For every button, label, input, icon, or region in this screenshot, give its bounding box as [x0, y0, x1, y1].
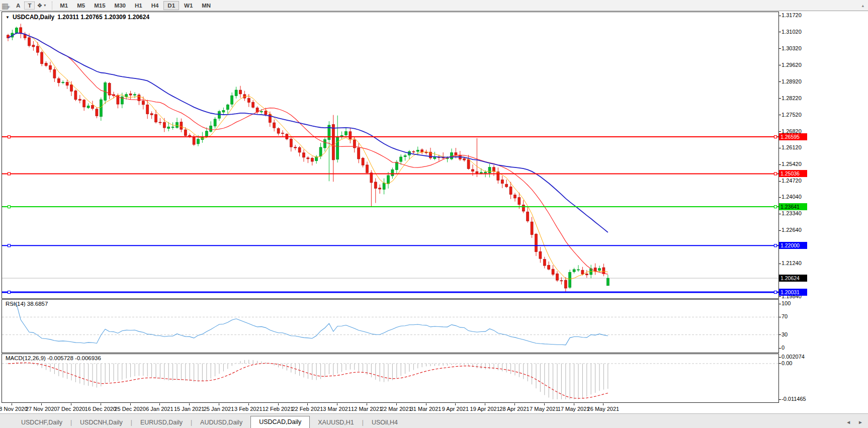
date-tick-label: 12 Feb 2021 [263, 406, 294, 412]
hline-price-flag: 1.26595 [779, 133, 807, 140]
date-tick-mark [159, 403, 160, 405]
timeframe-mn-button[interactable]: MN [198, 1, 215, 10]
symbol-tab-xauusd[interactable]: XAUUSD,H1 [310, 417, 362, 428]
price-tick-mark [779, 296, 781, 297]
rsi-tick-label: 70 [782, 313, 788, 319]
dropdown-caret-icon: ▾ [44, 3, 46, 8]
price-tick-mark [779, 16, 781, 16]
timeframe-h1-button[interactable]: H1 [131, 1, 146, 10]
date-tick-mark [367, 403, 367, 405]
timeframe-h4-button[interactable]: H4 [147, 1, 163, 10]
chart-title: ▼ USDCAD,Daily 1.20311 1.20765 1.20309 1… [6, 14, 149, 21]
date-tick-mark [278, 403, 279, 405]
timeframe-w1-button[interactable]: W1 [180, 1, 197, 10]
date-tick-mark [219, 403, 219, 405]
chart-workspace: ▼ USDCAD,Daily 1.20311 1.20765 1.20309 1… [0, 11, 868, 413]
symbol-tab-eurusd[interactable]: EURUSD,Daily [132, 417, 191, 428]
date-tick-mark [189, 403, 190, 405]
toolbar-collapse-icon[interactable]: ▴ [861, 3, 864, 8]
date-tick-label: 28 Apr 2021 [499, 406, 529, 412]
price-tick-label: 1.24040 [782, 194, 802, 200]
macd-canvas[interactable] [2, 354, 778, 402]
symbol-tab-usdcnh[interactable]: USDCNH,Daily [72, 417, 131, 428]
date-tick-label: 12 Mar 2021 [351, 406, 382, 412]
rsi-panel[interactable]: RSI(14) 38.6857 [2, 299, 779, 353]
timeframe-m30-button[interactable]: M30 [111, 1, 130, 10]
hline-price-flag: 1.23641 [779, 203, 807, 210]
price-tick-mark [779, 115, 781, 115]
date-tick-mark [12, 403, 12, 405]
profile-grid-button[interactable]: ▦ F [0, 1, 12, 10]
symbol-tab-audusd[interactable]: AUDUSD,Daily [192, 417, 250, 428]
date-tick-mark [485, 403, 485, 405]
grid-f-label: F [8, 5, 10, 10]
tab-scroll-controls: ◄ ► [846, 417, 863, 428]
timeframe-group: M1M5M15M30H1H4D1W1MN [55, 1, 215, 10]
rsi-canvas[interactable] [2, 300, 778, 353]
tabs-scroll-right-icon[interactable]: ► [858, 417, 863, 428]
date-tick-mark [396, 403, 397, 405]
price-tick-mark [779, 230, 781, 231]
date-tick-label: 16 Dec 2020 [85, 406, 116, 412]
chart-ohlc-label: 1.20311 1.20765 1.20309 1.20624 [57, 14, 149, 21]
timeframe-m5-button[interactable]: M5 [73, 1, 89, 10]
objects-button[interactable]: ❖ ▾ [35, 2, 48, 10]
macd-panel[interactable]: MACD(12,26,9) -0.005728 -0.006936 [2, 354, 779, 403]
date-tick-mark [101, 403, 101, 405]
date-tick-mark [455, 403, 456, 405]
collapse-triangle-icon[interactable]: ▼ [6, 15, 10, 20]
price-tick-mark [779, 131, 781, 132]
date-tick-label: 22 Feb 2021 [292, 406, 323, 412]
price-tick-mark [779, 197, 781, 198]
date-tick-mark [71, 403, 71, 405]
date-tick-label: 9 Apr 2021 [442, 406, 469, 412]
price-tick-label: 1.27520 [782, 112, 802, 118]
symbol-tab-usoil[interactable]: USOil,H4 [364, 417, 406, 428]
date-tick-label: 6 Jan 2021 [146, 406, 173, 412]
tabs-scroll-left-icon[interactable]: ◄ [846, 417, 851, 428]
chart-symbol-label: USDCAD,Daily [13, 14, 54, 21]
macd-tick-mark [779, 363, 781, 364]
objects-icon: ❖ [37, 2, 42, 9]
text-t-button[interactable]: T [24, 2, 35, 10]
symbol-tabbar: USDCHF,Daily|USDCNH,Daily|EURUSD,Daily|A… [0, 413, 868, 428]
price-tick-mark [779, 181, 781, 182]
main-chart-panel[interactable]: ▼ USDCAD,Daily 1.20311 1.20765 1.20309 1… [2, 12, 779, 299]
price-tick-label: 1.28920 [782, 78, 802, 84]
price-tick-label: 1.28220 [782, 95, 802, 101]
price-tick-label: 1.21240 [782, 260, 802, 266]
rsi-tick-mark [779, 348, 781, 349]
date-tick-label: 22 Mar 2021 [381, 406, 412, 412]
rsi-tick-mark [779, 334, 781, 335]
current-price-flag: 1.20624 [779, 275, 807, 282]
rsi-tick-mark [779, 304, 781, 304]
rsi-tick-label: 0 [782, 345, 785, 351]
date-tick-label: 3 Mar 2021 [323, 406, 351, 412]
price-tick-mark [779, 48, 781, 49]
main-chart-canvas[interactable] [2, 12, 778, 298]
date-tick-label: 19 Apr 2021 [470, 406, 500, 412]
hline-price-flag: 1.20031 [779, 289, 807, 296]
price-tick-mark [779, 264, 781, 264]
timeframe-m15-button[interactable]: M15 [90, 1, 109, 10]
hline-price-flag: 1.25036 [779, 170, 807, 177]
price-tick-label: 1.26120 [782, 144, 802, 150]
rsi-tick-label: 30 [782, 331, 788, 337]
symbol-tab-usdcad[interactable]: USDCAD,Daily [250, 416, 310, 428]
date-tick-label: 18 Nov 2020 [0, 406, 28, 412]
date-tick-mark [337, 403, 337, 405]
timeframe-d1-button[interactable]: D1 [163, 1, 179, 10]
symbol-tab-usdchf[interactable]: USDCHF,Daily [13, 417, 70, 428]
font-a-button[interactable]: A [12, 1, 24, 10]
timeframe-m1-button[interactable]: M1 [56, 1, 72, 10]
date-tick-label: 25 Dec 2020 [114, 406, 145, 412]
price-tick-label: 1.30320 [782, 45, 802, 51]
rsi-tick-label: 100 [782, 300, 791, 306]
date-tick-mark [574, 403, 574, 405]
price-tick-mark [779, 32, 781, 32]
rsi-label: RSI(14) 38.6857 [6, 301, 48, 307]
date-tick-mark [544, 403, 545, 405]
date-tick-mark [130, 403, 131, 405]
macd-tick-mark [779, 357, 781, 358]
macd-tick-label: 0.002074 [782, 354, 805, 360]
